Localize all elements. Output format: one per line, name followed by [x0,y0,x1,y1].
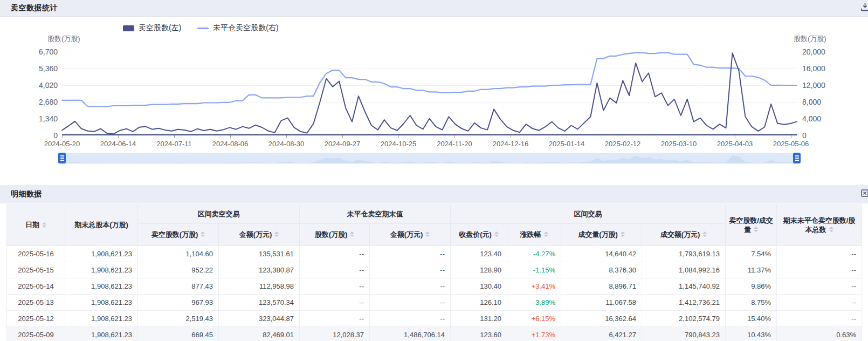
sort-icon[interactable] [201,231,205,237]
left-axis-ticks: 6,7005,3604,0202,6801,3400 [6,47,58,140]
x-tick-label: 2024-11-20 [437,140,472,148]
col-header-open-ratio[interactable]: 期末未平仓卖空股数/股本总数 [777,205,862,246]
col-header-change[interactable]: 涨跌幅 [507,224,561,246]
cell-volume: 8,376.30 [561,262,642,278]
cell-turnover: 1,412,736.21 [642,295,726,311]
download-icon[interactable] [860,3,868,14]
cell-open-amount: 1,486,706.14 [370,327,451,341]
right-axis-title: 股数(万股) [794,34,826,44]
cell-total-shares: 1,908,621.23 [65,246,138,262]
bar-swatch-icon [123,25,134,31]
detail-data-header: 明细数据 [0,185,868,203]
sort-icon[interactable] [350,231,354,237]
col-header-close[interactable]: 收盘价(元) [451,224,507,246]
table-row: 2025-05-151,908,621.23952.22123,380.87--… [7,262,862,278]
cell-open-ratio: -- [777,295,862,311]
cell-close: 123.60 [451,327,507,341]
x-tick-label: 2025-01-14 [549,140,585,148]
cell-date: 2025-05-14 [7,278,65,295]
sort-icon[interactable] [544,231,548,237]
cell-short-shares: 2,519.43 [138,311,219,327]
x-tick-label: 2024-08-06 [212,140,249,148]
datazoom-silhouette [62,153,797,163]
cell-volume: 14,640.42 [561,246,642,262]
cell-open-ratio: -- [777,246,862,262]
col-header-short-amount[interactable]: 金额(万元) [219,224,300,246]
cell-date: 2025-05-15 [7,262,65,278]
cell-close: 128.90 [451,262,507,278]
y-tick-label: 20,000 [802,47,845,56]
cell-open-ratio: -- [777,262,862,278]
sort-icon[interactable] [621,231,625,237]
col-header-short-ratio[interactable]: 卖空股数/成交量 [726,205,777,246]
cell-open-ratio: 0.63% [777,327,862,341]
sort-icon[interactable] [702,231,707,237]
cell-open-shares: -- [300,311,370,327]
col-header-short-shares[interactable]: 卖空股数(万股) [138,224,219,246]
cell-open-shares: -- [300,246,370,262]
grip-icon [795,158,799,159]
cell-ratio: 7.54% [726,246,777,262]
group-header-interval-trade: 区间交易 [451,205,726,224]
sort-icon[interactable] [829,227,833,232]
col-header-open-shares[interactable]: 股数(万股) [300,224,370,246]
cell-total-shares: 1,908,621.23 [65,278,138,295]
cell-open-amount: -- [370,311,451,327]
legend-item-short-shares[interactable]: 卖空股数(左) [123,23,181,33]
sort-icon[interactable] [42,222,46,228]
y-tick-label: 8,000 [802,98,845,106]
cell-short-shares: 669.45 [138,327,219,341]
cell-ratio: 9.86% [726,278,777,295]
chart-canvas[interactable] [62,52,797,135]
cell-volume: 8,896.71 [561,278,642,295]
cell-short-amount: 112,958.98 [219,278,300,295]
col-header-turnover[interactable]: 成交额(万元) [642,224,726,246]
y-tick-label: 0 [802,131,845,140]
y-tick-label: 5,360 [6,64,58,73]
legend-label: 未平仓卖空股数(右) [213,23,278,33]
cell-change: +6.15% [507,311,561,327]
sort-icon[interactable] [274,231,279,237]
cell-open-amount: -- [370,262,451,278]
cell-short-amount: 135,531.61 [219,246,300,262]
cell-open-amount: -- [370,278,451,295]
cell-total-shares: 1,908,621.23 [65,311,138,327]
x-tick-label: 2025-04-03 [717,140,753,148]
cell-short-amount: 123,380.87 [219,262,300,278]
cell-open-amount: -- [370,246,451,262]
cell-short-shares: 967.93 [138,295,219,311]
cell-total-shares: 1,908,621.23 [65,327,138,341]
sort-icon[interactable] [425,231,430,237]
y-tick-label: 0 [6,131,58,140]
table-row: 2025-05-141,908,621.23877.43112,958.98--… [7,278,862,295]
y-tick-label: 4,000 [802,114,845,123]
cell-date: 2025-05-09 [7,327,65,341]
cell-short-shares: 1,104.60 [138,246,219,262]
legend-item-open-short-shares[interactable]: 未平仓卖空股数(右) [197,23,278,33]
col-header-volume[interactable]: 成交量(万股) [561,224,642,246]
x-tick-label: 2025-05-06 [773,140,809,148]
panel-title-table: 明细数据 [11,189,42,199]
cell-turnover: 790,843.23 [642,327,726,341]
cell-open-shares: 12,028.37 [300,327,370,341]
sort-icon[interactable] [754,227,758,232]
y-tick-label: 4,020 [6,81,58,90]
cell-short-shares: 877.43 [138,278,219,295]
cell-change: -4.27% [507,246,561,262]
datazoom-handle-left[interactable] [58,153,66,163]
col-header-date[interactable]: 日期 [7,205,65,246]
x-tick-label: 2024-06-14 [100,140,136,148]
y-tick-label: 16,000 [802,64,845,73]
detail-table-wrap: 日期 期末总股本(万股) 区间卖空交易 未平仓卖空期末值 区间交易 卖空股数/成… [6,204,862,341]
sort-icon[interactable] [494,231,499,237]
datazoom-handle-right[interactable] [793,153,801,163]
cell-open-shares: -- [300,262,370,278]
panel-title-chart: 卖空数据统计 [11,3,58,13]
export-icon[interactable] [860,189,868,200]
cell-short-shares: 952.22 [138,262,219,278]
col-header-open-amount[interactable]: 金额(万元) [370,224,451,246]
cell-change: +1.73% [507,327,561,341]
datazoom-slider[interactable] [62,153,797,163]
cell-change: -1.15% [507,262,561,278]
cell-turnover: 1,145,740.92 [642,278,726,295]
